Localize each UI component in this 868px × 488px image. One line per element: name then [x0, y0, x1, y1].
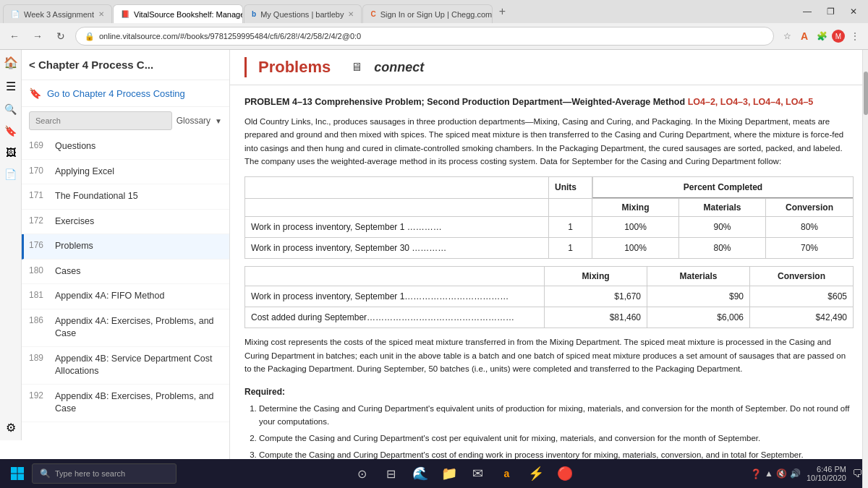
table2-row1-conversion: $605	[750, 286, 853, 307]
sidebar-item-num-fifo: 181	[29, 290, 49, 300]
taskbar-help-icon[interactable]: ❓	[750, 468, 762, 479]
tab-close-week3[interactable]: ✕	[98, 10, 104, 18]
table1-subheader-row: Mixing Materials Conversion	[245, 198, 853, 216]
sidebar-item-appendix-fifo[interactable]: 181 Appendix 4A: FIFO Method	[22, 284, 229, 309]
profile-icon[interactable]: M	[832, 30, 845, 43]
table1-row2-materials: 80%	[679, 238, 766, 258]
taskbar-volume-icon[interactable]: 🔊	[790, 468, 801, 479]
tab-chegg[interactable]: C Sign In or Sign Up | Chegg.com ✕	[362, 4, 493, 23]
table2-row2-materials: $6,006	[647, 307, 750, 328]
taskbar-amazon-icon[interactable]: a	[494, 461, 520, 487]
sidebar-icon-menu[interactable]: ☰	[6, 80, 16, 93]
sidebar-item-appendix-4b-ex[interactable]: 192 Appendix 4B: Exercises, Problems, an…	[22, 385, 229, 422]
browser-actions: ☆ A 🧩 M ⋮	[780, 29, 862, 43]
tab-label-week3: Week 3 Assignment	[24, 10, 94, 19]
sidebar-icon-image[interactable]: 🖼	[6, 147, 16, 158]
required-item-2: Compute the Casing and Curing Department…	[259, 432, 854, 445]
sidebar-item-applying-excel[interactable]: 170 Applying Excel	[22, 160, 229, 185]
sidebar-item-label-4a-ex: Appendix 4A: Exercises, Problems, and Ca…	[55, 315, 219, 341]
taskbar-speaker-icon[interactable]: 🔇	[776, 468, 787, 479]
table2-mixing-header: Mixing	[545, 267, 647, 286]
browser-chrome: 📄 Week 3 Assignment ✕ 📕 VitalSource Book…	[0, 0, 868, 50]
sidebar-item-appendix-4a-ex[interactable]: 186 Appendix 4A: Exercises, Problems, an…	[22, 309, 229, 347]
sidebar-item-foundational[interactable]: 171 The Foundational 15	[22, 184, 229, 210]
menu-button[interactable]: ⋮	[848, 29, 862, 43]
extensions-icon[interactable]: 🧩	[814, 29, 829, 43]
svg-rect-1	[18, 467, 25, 474]
adobe-icon[interactable]: A	[797, 29, 812, 43]
sidebar-item-num-4b-service: 189	[29, 353, 49, 363]
required-item-1: Determine the Casing and Curing Departme…	[259, 403, 854, 428]
table1-conversion-header: Conversion	[766, 199, 853, 216]
sidebar-item-label-4b-ex: Appendix 4B: Exercises, Problems, and Ca…	[55, 390, 219, 416]
sidebar-icon-settings[interactable]: ⚙	[6, 421, 16, 435]
back-button[interactable]: ←	[6, 27, 23, 45]
sidebar-nav-link[interactable]: 🔖 Go to Chapter 4 Process Costing	[22, 80, 229, 107]
start-button[interactable]	[6, 462, 29, 485]
tab-vitalsource[interactable]: 📕 VitalSource Bookshelf: Manageria ✕	[113, 4, 243, 23]
table1-row1-conversion: 80%	[766, 217, 853, 237]
sidebar-icon-document[interactable]: 📄	[4, 168, 17, 180]
taskbar-notification-icon[interactable]: 🗨	[852, 468, 862, 479]
close-button[interactable]: ✕	[842, 0, 865, 23]
taskbar-edge-icon[interactable]: 🌊	[407, 461, 433, 487]
taskbar-left: 🔍 Type here to search	[6, 462, 176, 485]
sidebar-item-exercises[interactable]: 172 Exercises	[22, 210, 229, 235]
taskbar-search-icon: 🔍	[40, 468, 51, 479]
sidebar-item-num-exercises: 172	[29, 215, 49, 226]
sidebar-item-label-exercises: Exercises	[55, 215, 219, 228]
tab-icon-bartleby: b	[252, 10, 256, 18]
taskbar-chrome-icon[interactable]: 🔴	[552, 461, 578, 487]
sidebar-item-num-excel: 170	[29, 166, 49, 176]
tab-close-bartleby[interactable]: ✕	[348, 10, 354, 18]
sidebar-icon-home[interactable]: 🏠	[4, 56, 18, 69]
table2-container: Mixing Materials Conversion Work in proc…	[244, 266, 854, 328]
table1-container: Units Percent Completed Mixing Materials…	[244, 176, 854, 259]
main-content: Problems 🖥 connect PROBLEM 4–13 Comprehe…	[230, 50, 868, 488]
taskbar-cortana-icon[interactable]: ⊙	[349, 461, 375, 487]
table1-row1-units: 1	[549, 217, 592, 237]
sidebar-item-problems[interactable]: 176 Problems	[22, 234, 229, 260]
tab-icon-week3: 📄	[11, 10, 20, 18]
taskbar-center: ⊙ ⊟ 🌊 📁 ✉ a ⚡ 🔴	[349, 461, 578, 487]
sidebar-item-num-questions: 169	[29, 140, 49, 150]
minimize-button[interactable]: —	[796, 0, 819, 23]
connect-logo-icon: 🖥	[351, 61, 362, 74]
sidebar-icon-bookmark[interactable]: 🔖	[4, 125, 17, 137]
bookmark-icon[interactable]: ☆	[780, 29, 794, 43]
sidebar-item-num-problems: 176	[29, 240, 49, 250]
taskbar-system-icons: ❓ ▲ 🔇 🔊	[750, 468, 801, 479]
taskbar-lightning-icon[interactable]: ⚡	[523, 461, 549, 487]
problem-title-text: PROBLEM 4–13 Comprehensive Problem; Seco…	[244, 97, 685, 107]
taskbar-search-bar[interactable]: 🔍 Type here to search	[32, 463, 176, 484]
sidebar-icon-search[interactable]: 🔍	[4, 103, 17, 115]
table1-row1-mixing: 100%	[592, 217, 679, 237]
tab-label-bartleby: My Questions | bartleby	[260, 10, 344, 19]
nav-link-label: Go to Chapter 4 Process Costing	[47, 88, 185, 99]
sidebar-item-appendix-4b-service[interactable]: 189 Appendix 4B: Service Department Cost…	[22, 347, 229, 385]
problem-title: PROBLEM 4–13 Comprehensive Problem; Seco…	[244, 95, 854, 109]
svg-rect-0	[11, 467, 17, 474]
taskbar-mail-icon[interactable]: ✉	[465, 461, 491, 487]
tab-week3[interactable]: 📄 Week 3 Assignment ✕	[3, 4, 112, 23]
tab-bartleby[interactable]: b My Questions | bartleby ✕	[244, 4, 362, 23]
table2-row1-label: Work in process inventory, September 1………	[245, 286, 545, 307]
table2-row1-mixing: $1,670	[545, 286, 647, 307]
taskbar-date-text: 10/10/2020	[807, 474, 846, 482]
url-bar[interactable]: 🔒 online.vitalsource.com/#/books/9781259…	[75, 27, 774, 46]
svg-rect-3	[18, 474, 25, 481]
taskbar-network-icon[interactable]: ▲	[765, 468, 773, 479]
sidebar-item-cases[interactable]: 180 Cases	[22, 260, 229, 285]
search-input[interactable]	[29, 111, 172, 130]
taskbar-search-text: Type here to search	[55, 469, 125, 478]
restore-button[interactable]: ❐	[819, 0, 842, 23]
content-header: Problems 🖥 connect	[230, 50, 868, 85]
table1-header-row: Units Percent Completed	[245, 177, 853, 198]
refresh-button[interactable]: ↻	[52, 27, 69, 45]
taskbar-task-view-icon[interactable]: ⊟	[378, 461, 404, 487]
sidebar-item-questions[interactable]: 169 Questions	[22, 134, 229, 160]
table1-units-subheader	[549, 199, 592, 216]
forward-button[interactable]: →	[29, 27, 46, 45]
taskbar-folder-icon[interactable]: 📁	[436, 461, 462, 487]
new-tab-button[interactable]: +	[493, 3, 511, 20]
